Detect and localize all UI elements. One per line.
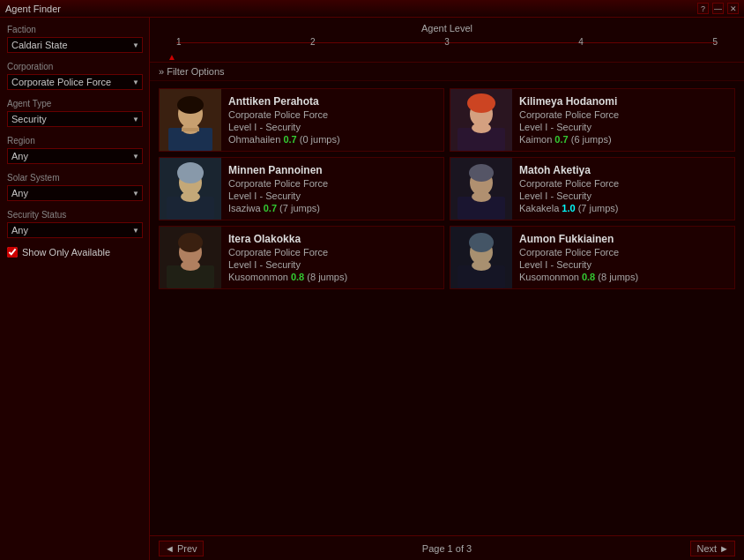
svg-point-20 xyxy=(472,191,491,202)
agent-corp-4: Corporate Police Force xyxy=(519,178,619,189)
solar-system-select-wrapper[interactable]: Any xyxy=(7,185,143,201)
title-bar: Agent Finder ? — ✕ xyxy=(0,0,744,18)
show-available-label[interactable]: Show Only Available xyxy=(22,247,110,258)
portrait-svg-3 xyxy=(160,158,221,220)
agent-jumps-2: (6 jumps) xyxy=(571,134,612,145)
agent-portrait-6 xyxy=(450,227,512,288)
agent-sec-5: 0.8 xyxy=(291,272,304,282)
agent-portrait-3 xyxy=(160,158,221,220)
agent-card-5[interactable]: Itera Olakokka Corporate Police Force Le… xyxy=(159,226,444,289)
svg-point-30 xyxy=(472,260,491,271)
agent-card-2[interactable]: Kilimeya Hodanomi Corporate Police Force… xyxy=(450,88,735,152)
filter-options-link[interactable]: » Filter Options xyxy=(159,66,225,77)
agent-portrait-5 xyxy=(160,227,221,288)
agent-type-select-wrapper[interactable]: Security Any Distribution Mining xyxy=(7,111,143,127)
agent-portrait-1 xyxy=(160,89,221,151)
agent-jumps-6: (8 jumps) xyxy=(598,272,638,282)
svg-point-15 xyxy=(181,191,200,202)
level-marker-5[interactable]: 5 xyxy=(712,35,718,47)
agent-name-6: Aumon Fukkiainen xyxy=(519,233,638,245)
level-marker-3[interactable]: 3 xyxy=(444,35,450,47)
level-marker-2[interactable]: 2 xyxy=(310,35,316,47)
filter-options-row: » Filter Options xyxy=(150,63,744,81)
svg-rect-5 xyxy=(182,128,199,131)
corporation-select[interactable]: Corporate Police Force Any xyxy=(7,74,143,90)
solar-system-select[interactable]: Any xyxy=(7,185,143,201)
show-available-row: Show Only Available xyxy=(7,247,142,258)
portrait-svg-5 xyxy=(160,227,221,288)
security-status-select-wrapper[interactable]: Any xyxy=(7,222,143,238)
help-button[interactable]: ? xyxy=(697,3,709,14)
security-status-select[interactable]: Any xyxy=(7,222,143,238)
agent-portrait-4 xyxy=(450,158,512,220)
agent-info-3: Minnen Pannoinen Corporate Police Force … xyxy=(221,158,335,220)
agent-jumps-1: (0 jumps) xyxy=(300,134,340,145)
agent-card-4[interactable]: Matoh Aketiya Corporate Police Force Lev… xyxy=(450,157,735,220)
agent-location-3: Isaziwa 0.7 (7 jumps) xyxy=(228,203,328,213)
agent-type-6: Level I - Security xyxy=(519,259,638,270)
agent-type-select[interactable]: Security Any Distribution Mining xyxy=(7,111,143,127)
corporation-select-wrapper[interactable]: Corporate Police Force Any xyxy=(7,74,143,90)
faction-label: Faction xyxy=(7,25,142,34)
agent-corp-6: Corporate Police Force xyxy=(519,247,638,258)
region-filter: Region Any xyxy=(7,136,142,164)
agent-type-filter: Agent Type Security Any Distribution Min… xyxy=(7,99,142,127)
agent-info-2: Kilimeya Hodanomi Corporate Police Force… xyxy=(512,89,626,151)
faction-select-wrapper[interactable]: Caldari State Amarr Empire Gallente Fede… xyxy=(7,37,143,53)
agent-type-1: Level I - Security xyxy=(228,122,340,132)
agent-location-6: Kusomonmon 0.8 (8 jumps) xyxy=(519,272,638,282)
region-select[interactable]: Any xyxy=(7,148,143,164)
corporation-filter: Corporation Corporate Police Force Any xyxy=(7,62,142,90)
solar-system-label: Solar System xyxy=(7,173,142,183)
main-layout: Faction Caldari State Amarr Empire Galle… xyxy=(0,18,744,560)
security-status-filter: Security Status Any xyxy=(7,210,142,238)
agent-sec-4: 1.0 xyxy=(562,203,575,213)
agent-location-1: Ohmahailen 0.7 (0 jumps) xyxy=(228,134,340,145)
svg-point-25 xyxy=(181,260,200,271)
agent-location-2: Kaimon 0.7 (6 jumps) xyxy=(519,134,619,145)
agent-jumps-4: (7 jumps) xyxy=(578,203,619,213)
agent-type-label: Agent Type xyxy=(7,99,142,108)
agent-jumps-3: (7 jumps) xyxy=(279,203,320,213)
agent-card-6[interactable]: Aumon Fukkiainen Corporate Police Force … xyxy=(450,226,735,289)
prev-button[interactable]: ◄ Prev xyxy=(159,541,204,556)
agent-corp-1: Corporate Police Force xyxy=(228,109,340,120)
svg-point-18 xyxy=(469,164,494,182)
agent-info-1: Anttiken Perahota Corporate Police Force… xyxy=(221,89,347,151)
portrait-svg-4 xyxy=(450,158,512,220)
agent-sec-1: 0.7 xyxy=(283,134,296,145)
next-button[interactable]: Next ► xyxy=(690,541,735,556)
agent-info-5: Itera Olakokka Corporate Police Force Le… xyxy=(221,227,354,288)
svg-point-8 xyxy=(467,93,495,113)
faction-filter: Faction Caldari State Amarr Empire Galle… xyxy=(7,25,142,53)
window-title: Agent Finder xyxy=(5,4,61,14)
svg-point-23 xyxy=(178,233,203,252)
svg-point-13 xyxy=(177,162,204,183)
level-track: 1 2 3 4 5 xyxy=(176,35,718,51)
agent-type-5: Level I - Security xyxy=(228,259,347,270)
faction-select[interactable]: Caldari State Amarr Empire Gallente Fede… xyxy=(7,37,143,53)
minimize-button[interactable]: — xyxy=(712,3,724,14)
agent-portrait-2 xyxy=(450,89,512,151)
solar-system-filter: Solar System Any xyxy=(7,173,142,201)
security-status-label: Security Status xyxy=(7,210,142,220)
show-available-checkbox[interactable] xyxy=(7,247,18,258)
agent-corp-3: Corporate Police Force xyxy=(228,178,328,189)
agent-level-bar: Agent Level 1 2 3 4 5 ▲ xyxy=(150,18,744,63)
agent-sec-3: 0.7 xyxy=(264,203,277,213)
agent-card-1[interactable]: Anttiken Perahota Corporate Police Force… xyxy=(159,88,444,152)
agent-name-2: Kilimeya Hodanomi xyxy=(519,95,619,108)
agent-sec-2: 0.7 xyxy=(554,134,568,145)
level-marker-1[interactable]: 1 xyxy=(176,35,182,47)
page-info: Page 1 of 3 xyxy=(422,543,472,554)
close-button[interactable]: ✕ xyxy=(727,3,739,14)
agent-type-3: Level I - Security xyxy=(228,190,328,201)
agent-name-5: Itera Olakokka xyxy=(228,233,347,245)
footer: ◄ Prev Page 1 of 3 Next ► xyxy=(150,535,744,560)
level-arrow: ▲ xyxy=(167,52,726,62)
region-select-wrapper[interactable]: Any xyxy=(7,148,143,164)
agent-corp-5: Corporate Police Force xyxy=(228,247,347,258)
agent-location-5: Kusomonmon 0.8 (8 jumps) xyxy=(228,272,347,282)
agent-card-3[interactable]: Minnen Pannoinen Corporate Police Force … xyxy=(159,157,444,220)
level-marker-4[interactable]: 4 xyxy=(578,35,584,47)
